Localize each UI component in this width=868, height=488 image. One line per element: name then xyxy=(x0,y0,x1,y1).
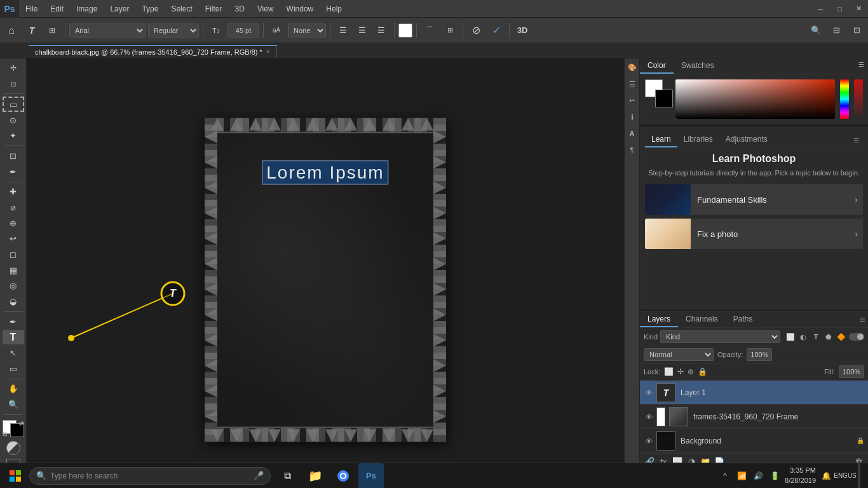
menu-file[interactable]: File xyxy=(19,0,44,17)
system-clock[interactable]: 3:35 PM 8/28/2019 xyxy=(785,466,816,485)
bg-visibility-toggle[interactable]: 👁 xyxy=(644,436,654,446)
adjustments-tab[interactable]: Adjustments xyxy=(719,132,774,147)
fundamental-skills-card[interactable]: Fundamental Skills › xyxy=(645,184,863,215)
volume-icon[interactable]: 🔊 xyxy=(752,470,764,482)
menu-3d[interactable]: 3D xyxy=(228,0,250,17)
font-size-input[interactable] xyxy=(227,24,259,37)
para-panel-icon[interactable]: ¶ xyxy=(626,144,639,156)
fix-photo-card[interactable]: Fix a photo › xyxy=(645,219,863,249)
libraries-tab[interactable]: Libraries xyxy=(677,132,719,147)
tab-close-button[interactable]: × xyxy=(266,48,270,55)
maximize-button[interactable]: □ xyxy=(830,0,849,18)
layer-row-layer1[interactable]: 👁 T Layer 1 xyxy=(640,381,868,405)
network-icon[interactable]: 📶 xyxy=(735,470,748,482)
file-explorer-taskbar-icon[interactable]: 📁 xyxy=(302,463,328,489)
notification-icon[interactable]: 🔔 xyxy=(820,470,832,482)
alpha-bar[interactable] xyxy=(854,79,863,119)
swatches-tab[interactable]: Swatches xyxy=(674,58,722,74)
eraser-tool[interactable]: ◻ xyxy=(3,247,24,262)
lock-position-icon[interactable]: ✢ xyxy=(677,367,684,376)
lock-all-icon[interactable]: 🔒 xyxy=(698,367,707,376)
blur-tool[interactable]: ◎ xyxy=(3,279,24,294)
opacity-input[interactable] xyxy=(747,348,772,361)
crop-tool[interactable]: ⊡ xyxy=(3,149,24,163)
eyedropper-tool[interactable]: ✒ xyxy=(3,165,24,179)
type-character-icon[interactable]: T xyxy=(23,22,41,39)
minimize-button[interactable]: ─ xyxy=(811,0,830,18)
battery-icon[interactable]: 🔋 xyxy=(768,470,781,482)
filter-toggle[interactable] xyxy=(849,333,864,341)
antialias-select[interactable]: None xyxy=(288,24,326,37)
clone-tool[interactable]: ⊕ xyxy=(3,216,24,231)
align-left-button[interactable]: ☰ xyxy=(334,22,352,39)
arrange-icon[interactable]: ⊟ xyxy=(827,22,845,39)
layers-panel-menu[interactable]: ☰ xyxy=(860,316,865,323)
menu-view[interactable]: View xyxy=(251,0,280,17)
canvas-area[interactable]: Lorem Ipsum xyxy=(27,58,624,469)
lasso-tool[interactable]: ⊙ xyxy=(3,113,24,128)
hand-tool[interactable]: ✋ xyxy=(3,381,24,396)
path-select-tool[interactable]: ↖ xyxy=(3,346,24,360)
paths-tab[interactable]: Paths xyxy=(726,312,761,327)
type-home-icon[interactable]: ⌂ xyxy=(3,22,20,39)
artboard-tool[interactable]: ⊡ xyxy=(3,77,24,92)
bg-color-display[interactable] xyxy=(655,90,673,107)
pen-tool[interactable]: ✒ xyxy=(3,315,24,329)
color-panel-menu[interactable]: ☰ xyxy=(857,60,865,69)
menu-window[interactable]: Window xyxy=(280,0,320,17)
shape-filter-icon[interactable]: ⬟ xyxy=(824,332,834,342)
menu-help[interactable]: Help xyxy=(320,0,348,17)
search-icon[interactable]: 🔍 xyxy=(807,22,825,39)
color-gradient-field[interactable] xyxy=(675,79,835,119)
font-family-select[interactable]: Arial xyxy=(69,24,146,37)
type-paragraph-icon[interactable]: ⊞ xyxy=(43,22,61,39)
kind-filter-select[interactable]: Kind xyxy=(660,330,780,343)
cancel-type-button[interactable]: ⊘ xyxy=(467,22,485,39)
3d-button[interactable]: 3D xyxy=(513,22,531,39)
history-panel-icon[interactable]: ↩ xyxy=(626,94,639,107)
info-panel-icon[interactable]: ℹ xyxy=(626,111,639,123)
lock-artboard-icon[interactable]: ⊕ xyxy=(688,367,694,376)
photoshop-taskbar-icon[interactable]: Ps xyxy=(358,463,384,489)
blend-mode-select[interactable]: Normal xyxy=(644,348,714,361)
color-panel-icon[interactable]: 🎨 xyxy=(626,61,639,74)
layer1-visibility-toggle[interactable]: 👁 xyxy=(644,388,654,398)
align-center-button[interactable]: ☰ xyxy=(353,22,371,39)
lock-pixels-icon[interactable]: ⬜ xyxy=(664,367,674,376)
start-button[interactable] xyxy=(3,463,28,489)
history-brush-tool[interactable]: ↩ xyxy=(3,231,24,246)
commit-type-button[interactable]: ✓ xyxy=(487,22,505,39)
hue-spectrum-bar[interactable] xyxy=(840,79,849,119)
align-right-button[interactable]: ☰ xyxy=(372,22,390,39)
character-panel-button[interactable]: ⊞ xyxy=(441,22,459,39)
magic-wand-tool[interactable]: ✦ xyxy=(3,129,24,144)
brush-tool[interactable]: ⌀ xyxy=(3,200,24,215)
menu-select[interactable]: Select xyxy=(165,0,198,17)
pixel-filter-icon[interactable]: ⬜ xyxy=(785,332,796,342)
char-panel-icon[interactable]: A xyxy=(626,127,639,140)
learn-panel-menu[interactable]: ☰ xyxy=(851,135,860,144)
tray-chevron-icon[interactable]: ^ xyxy=(719,470,731,482)
screen-mode-icon[interactable]: ⊡ xyxy=(848,22,865,39)
learn-tab[interactable]: Learn xyxy=(645,132,677,147)
adjustment-filter-icon[interactable]: ◐ xyxy=(798,332,808,342)
menu-edit[interactable]: Edit xyxy=(44,0,70,17)
layers-panel-icon[interactable]: ☰ xyxy=(626,78,639,90)
color-tab[interactable]: Color xyxy=(640,58,674,74)
menu-layer[interactable]: Layer xyxy=(104,0,135,17)
fill-input[interactable] xyxy=(839,365,864,378)
menu-image[interactable]: Image xyxy=(70,0,104,17)
shape-tool[interactable]: ▭ xyxy=(3,362,24,376)
move-tool[interactable]: ✢ xyxy=(3,61,24,76)
warp-text-button[interactable]: ⌒ xyxy=(421,22,438,39)
text-color-swatch[interactable] xyxy=(398,24,412,37)
spot-heal-tool[interactable]: ✚ xyxy=(3,184,24,199)
microphone-icon[interactable]: 🎤 xyxy=(254,471,264,480)
show-desktop-button[interactable] xyxy=(858,463,860,489)
gradient-tool[interactable]: ▦ xyxy=(3,263,24,278)
frames-visibility-toggle[interactable]: 👁 xyxy=(644,412,654,422)
dodge-tool[interactable]: ◒ xyxy=(3,294,24,309)
type-tool[interactable]: T xyxy=(3,330,24,344)
font-style-select[interactable]: Regular xyxy=(148,24,199,37)
quick-mask-button[interactable] xyxy=(6,441,20,455)
